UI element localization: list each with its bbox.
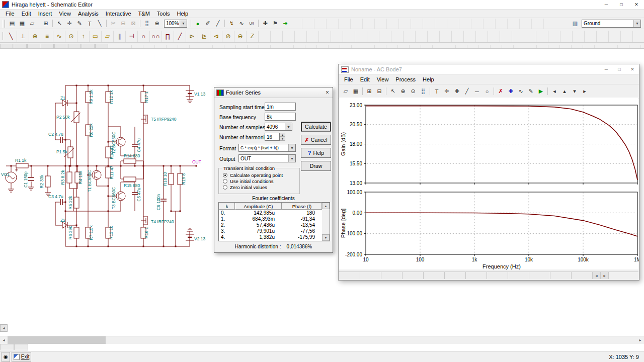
component-label[interactable]: T4 IRFP240 (151, 219, 174, 224)
pen-icon[interactable]: ✎ (74, 19, 85, 28)
ground-select[interactable]: Ground ▼ (582, 20, 641, 28)
component-label[interactable]: P2 50k (56, 115, 70, 120)
sheet-tabs[interactable] (0, 344, 28, 351)
output-select[interactable]: OUT ▼ (238, 154, 296, 162)
zoom-window-icon[interactable]: ⊙ (408, 87, 418, 96)
component-label[interactable]: T1 BC550C (87, 170, 92, 192)
copy-icon[interactable]: ⊞ (364, 87, 374, 96)
capacitor-icon[interactable]: ∥ (114, 31, 126, 42)
column-header-phase[interactable]: Phase (f) (282, 203, 322, 210)
minimize-button[interactable]: ─ (599, 0, 614, 9)
close-button[interactable]: ✕ (629, 0, 644, 9)
scrollbar-left-arrow[interactable]: ◂ (0, 336, 8, 344)
component-label[interactable]: R2 33k (39, 174, 44, 189)
battery-icon[interactable]: ≡ (41, 31, 53, 42)
grid-icon[interactable]: ⣿ (142, 19, 152, 28)
component-label[interactable]: R4 15k (78, 170, 83, 185)
sheet-tab[interactable] (27, 44, 40, 48)
base-frequency-input[interactable] (265, 113, 296, 121)
circle-icon[interactable]: ○ (482, 87, 492, 96)
zener-diode-icon[interactable]: ⊵ (198, 31, 210, 42)
scroll-left-button[interactable]: ◂ (0, 324, 8, 332)
copy-window-icon[interactable]: ⊞ (41, 19, 51, 28)
radio-icon[interactable] (223, 173, 227, 177)
component-label[interactable]: C4 47u (136, 138, 141, 152)
sheet-tab[interactable] (95, 44, 108, 48)
view-mode-icon[interactable]: ◉ (2, 352, 10, 362)
copy-special-icon[interactable]: ⊟ (374, 87, 384, 96)
page-cell[interactable] (403, 272, 424, 279)
component-label[interactable]: R14 680 (124, 153, 140, 158)
flag-icon[interactable]: ⚑ (270, 19, 280, 28)
component-label[interactable]: R10 47 (109, 145, 114, 159)
page-cell[interactable] (508, 272, 529, 279)
current-source-icon[interactable]: ⊙ (65, 31, 77, 42)
wire-tool-icon[interactable]: ╲ (5, 31, 17, 42)
cursor-a-icon[interactable]: ✛ (442, 87, 452, 96)
format-select[interactable]: C * exp(j * (kwt + fi)) ▼ (238, 144, 296, 152)
component-label[interactable]: R16 1 (144, 227, 149, 238)
coefficient-row[interactable]: 0.142,985u180 (219, 210, 330, 216)
text-icon[interactable]: T (85, 19, 95, 28)
help-button[interactable]: ?Help (301, 148, 331, 158)
menu-item-insert[interactable]: Insert (35, 10, 56, 18)
line-icon[interactable]: ─ (472, 87, 482, 96)
component-label[interactable]: R1 1k (15, 158, 27, 163)
menu-item-edit[interactable]: Edit (357, 76, 373, 82)
page-cell[interactable] (360, 272, 381, 279)
coupled-inductors-icon[interactable]: ∩∩ (150, 31, 162, 42)
coefficient-row[interactable]: 3.79,901u-77,56 (219, 228, 330, 234)
menu-item-file[interactable]: File (341, 76, 357, 82)
component-label[interactable]: C1 150p (23, 171, 28, 188)
current-generator-icon[interactable]: ↑ (77, 31, 90, 42)
meter-ui-icon[interactable]: U/I (247, 19, 257, 28)
maximize-button[interactable]: □ (613, 64, 626, 74)
wire-icon[interactable]: ╲ (95, 19, 105, 28)
scroll-down-icon[interactable]: ▼ (322, 234, 330, 241)
spin-down-icon[interactable]: ▾ (570, 87, 580, 96)
scroll-right-icon[interactable]: ▸ (601, 272, 609, 279)
samples-select[interactable]: 4096 ▼ (265, 123, 292, 131)
menu-item-file[interactable]: File (2, 10, 18, 18)
run-icon[interactable]: ➔ (280, 19, 290, 28)
move-icon[interactable]: ✚ (260, 19, 270, 28)
zoom-in-icon[interactable]: ⊕ (398, 87, 408, 96)
sheet-tab[interactable] (68, 44, 81, 48)
component-label[interactable]: C6 100n (156, 194, 161, 210)
junction-icon[interactable]: ✛ (64, 19, 74, 28)
menu-item-edit[interactable]: Edit (18, 10, 35, 18)
page-cell[interactable] (424, 272, 445, 279)
inductor-icon[interactable]: ∩ (138, 31, 150, 42)
component-label[interactable]: R7 1.5k (89, 225, 94, 240)
electrolytic-capacitor-icon[interactable]: ⊣ (126, 31, 138, 42)
led-icon[interactable]: ⊲ (210, 31, 222, 42)
cursor-icon[interactable]: ↖ (388, 87, 398, 96)
spin-up-icon[interactable]: ▴ (559, 87, 570, 96)
potentiometer-icon[interactable]: ▱ (102, 31, 114, 42)
page-cell[interactable] (466, 272, 487, 279)
component-label[interactable]: V1 13 (194, 92, 205, 97)
menu-item-interactive[interactable]: Interactive (102, 10, 135, 18)
maximize-button[interactable]: □ (614, 0, 629, 9)
component-label[interactable]: R17 1 (144, 91, 149, 103)
diode-icon[interactable]: ⊳ (186, 31, 198, 42)
resistor-icon[interactable]: ▭ (90, 31, 102, 42)
scrollbar-thumb[interactable] (8, 336, 106, 344)
zoom-select[interactable]: 100% ▼ (164, 20, 187, 28)
component-label[interactable]: R13 1k (109, 226, 114, 240)
sheet-tab[interactable] (82, 44, 95, 48)
component-label[interactable]: Z2 (60, 218, 65, 223)
sheet-tab[interactable] (41, 44, 54, 48)
save-icon[interactable]: ▦ (351, 87, 361, 96)
save-icon[interactable]: ▦ (17, 19, 27, 28)
component-label[interactable]: V2 13 (194, 236, 205, 241)
page-cell[interactable] (445, 272, 466, 279)
macro-editor-icon[interactable]: ▥ (570, 19, 580, 28)
transformer-icon[interactable]: ∏ (162, 31, 174, 42)
impedance-icon[interactable]: Z (247, 31, 259, 42)
menu-item-tools[interactable]: Tools (153, 10, 174, 18)
bode-bottom-bar[interactable]: ◂▸ (339, 272, 638, 280)
radio-icon[interactable] (223, 179, 227, 184)
prev-page-icon[interactable]: ◂ (549, 87, 559, 96)
slash-tool-icon[interactable]: ╱ (213, 19, 223, 28)
